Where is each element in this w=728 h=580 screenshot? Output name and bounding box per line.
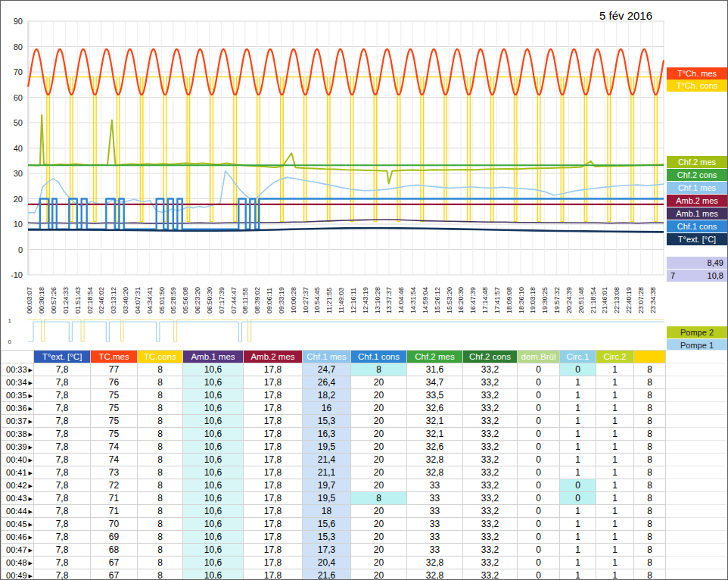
- data-cell[interactable]: 1: [560, 454, 596, 466]
- data-cell[interactable]: 17,8: [244, 389, 303, 402]
- data-cell[interactable]: 8: [138, 376, 183, 389]
- data-cell[interactable]: 1: [596, 466, 634, 479]
- data-cell[interactable]: 0: [518, 492, 560, 505]
- data-cell[interactable]: 1: [596, 441, 634, 454]
- column-header-tc-mes[interactable]: TC.mes: [91, 351, 138, 363]
- data-cell[interactable]: 17,8: [244, 454, 303, 466]
- data-cell[interactable]: 17,8: [244, 518, 303, 531]
- data-cell[interactable]: 1: [596, 428, 634, 441]
- data-cell[interactable]: 0: [560, 363, 596, 376]
- data-cell[interactable]: 68: [91, 544, 138, 557]
- data-cell[interactable]: 33: [407, 479, 463, 492]
- data-cell[interactable]: 7,8: [34, 389, 91, 402]
- data-cell[interactable]: 32,8: [407, 454, 463, 466]
- data-cell[interactable]: 71: [91, 505, 138, 518]
- data-cell[interactable]: 0: [560, 492, 596, 505]
- time-cell[interactable]: 00:41▶: [2, 466, 34, 479]
- data-cell[interactable]: 0: [518, 428, 560, 441]
- data-cell[interactable]: 17,8: [244, 415, 303, 428]
- data-cell[interactable]: 8: [138, 531, 183, 544]
- data-cell[interactable]: 1: [596, 557, 634, 569]
- data-cell[interactable]: 8: [138, 569, 183, 580]
- data-cell[interactable]: 33: [407, 531, 463, 544]
- data-cell[interactable]: 10,6: [183, 569, 244, 580]
- data-cell[interactable]: 8: [634, 466, 666, 479]
- legend-cell-stat-2[interactable]: 710,8: [667, 270, 727, 282]
- data-cell[interactable]: 33: [407, 544, 463, 557]
- column-header-circ-2[interactable]: Circ.2: [596, 351, 634, 363]
- data-cell[interactable]: 33: [407, 492, 463, 505]
- data-cell[interactable]: 33,2: [463, 415, 518, 428]
- data-cell[interactable]: 1: [596, 402, 634, 415]
- data-cell[interactable]: 0: [518, 389, 560, 402]
- data-cell[interactable]: 31,6: [407, 363, 463, 376]
- data-cell[interactable]: 7,8: [34, 505, 91, 518]
- data-cell[interactable]: 8: [634, 479, 666, 492]
- data-cell[interactable]: 1: [560, 557, 596, 569]
- time-cell[interactable]: 00:43▶: [2, 492, 34, 505]
- legend-cell-pompe-2[interactable]: Pompe 2: [667, 326, 727, 338]
- data-cell[interactable]: 33,2: [463, 505, 518, 518]
- data-cell[interactable]: 1: [596, 389, 634, 402]
- legend-cell-t-ch-mes[interactable]: T°Ch. mes: [667, 67, 727, 80]
- data-cell[interactable]: 75: [91, 402, 138, 415]
- data-cell[interactable]: 1: [596, 569, 634, 580]
- column-header-blank-0[interactable]: [2, 351, 34, 363]
- data-cell[interactable]: 8: [634, 505, 666, 518]
- data-cell[interactable]: 20: [351, 569, 407, 580]
- legend-cell-stat-1[interactable]: 8,49: [667, 257, 727, 269]
- data-cell[interactable]: 8: [351, 492, 407, 505]
- data-cell[interactable]: 7,8: [34, 454, 91, 466]
- data-cell[interactable]: 0: [518, 441, 560, 454]
- data-cell[interactable]: 20: [351, 402, 407, 415]
- data-cell[interactable]: 10,6: [183, 363, 244, 376]
- time-cell[interactable]: 00:34▶: [2, 376, 34, 389]
- column-header-chf-1-mes[interactable]: Chf.1 mes: [303, 351, 351, 363]
- data-cell[interactable]: 8: [138, 505, 183, 518]
- data-cell[interactable]: 20: [351, 544, 407, 557]
- data-cell[interactable]: 7,8: [34, 376, 91, 389]
- data-cell[interactable]: 0: [518, 454, 560, 466]
- data-cell[interactable]: 70: [91, 518, 138, 531]
- legend-cell-chf2-mes[interactable]: Chf.2 mes: [667, 156, 727, 168]
- data-cell[interactable]: 15,6: [303, 518, 351, 531]
- data-cell[interactable]: 0: [518, 505, 560, 518]
- time-cell[interactable]: 00:38▶: [2, 428, 34, 441]
- data-cell[interactable]: 0: [518, 569, 560, 580]
- data-cell[interactable]: 32,8: [407, 466, 463, 479]
- data-cell[interactable]: 15,3: [303, 531, 351, 544]
- data-cell[interactable]: 17,8: [244, 569, 303, 580]
- data-cell[interactable]: 17,8: [244, 428, 303, 441]
- data-cell[interactable]: 20: [351, 505, 407, 518]
- time-cell[interactable]: 00:36▶: [2, 402, 34, 415]
- data-cell[interactable]: 10,6: [183, 518, 244, 531]
- data-cell[interactable]: 18,2: [303, 389, 351, 402]
- column-header-amb-2-mes[interactable]: Amb.2 mes: [244, 351, 303, 363]
- data-cell[interactable]: 75: [91, 415, 138, 428]
- data-cell[interactable]: 1: [596, 492, 634, 505]
- data-cell[interactable]: 8: [634, 402, 666, 415]
- data-cell[interactable]: 33,2: [463, 557, 518, 569]
- data-cell[interactable]: 33,2: [463, 389, 518, 402]
- data-cell[interactable]: 7,8: [34, 518, 91, 531]
- data-cell[interactable]: 8: [634, 531, 666, 544]
- legend-cell-chf1-cons[interactable]: Chf.1 cons: [667, 220, 727, 232]
- data-cell[interactable]: 17,8: [244, 544, 303, 557]
- data-cell[interactable]: 8: [138, 544, 183, 557]
- data-cell[interactable]: 18: [303, 505, 351, 518]
- data-cell[interactable]: 17,8: [244, 505, 303, 518]
- data-cell[interactable]: 10,6: [183, 544, 244, 557]
- data-cell[interactable]: 33: [407, 518, 463, 531]
- data-cell[interactable]: 72: [91, 479, 138, 492]
- data-cell[interactable]: 10,6: [183, 415, 244, 428]
- data-cell[interactable]: 7,8: [34, 531, 91, 544]
- data-cell[interactable]: 8: [634, 428, 666, 441]
- data-cell[interactable]: 8: [634, 544, 666, 557]
- data-cell[interactable]: 1: [560, 466, 596, 479]
- data-cell[interactable]: 34,7: [407, 376, 463, 389]
- data-cell[interactable]: 19,5: [303, 441, 351, 454]
- legend-cell-t-ch-cons[interactable]: T°Ch. cons: [667, 80, 727, 92]
- data-cell[interactable]: 8: [634, 454, 666, 466]
- data-cell[interactable]: 24,7: [303, 363, 351, 376]
- data-cell[interactable]: 7,8: [34, 479, 91, 492]
